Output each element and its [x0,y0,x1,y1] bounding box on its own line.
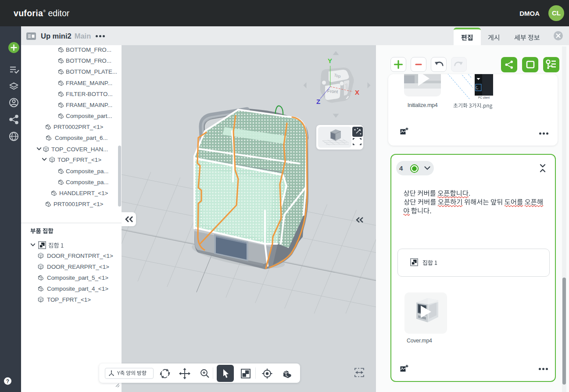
svg-text:PC client: PC client [478,96,490,99]
svg-text:X: X [355,89,359,96]
svg-text:Y: Y [328,57,332,64]
svg-text:?: ? [6,378,9,385]
svg-text:Z: Z [316,98,320,105]
svg-text:Front: Front [327,88,338,94]
